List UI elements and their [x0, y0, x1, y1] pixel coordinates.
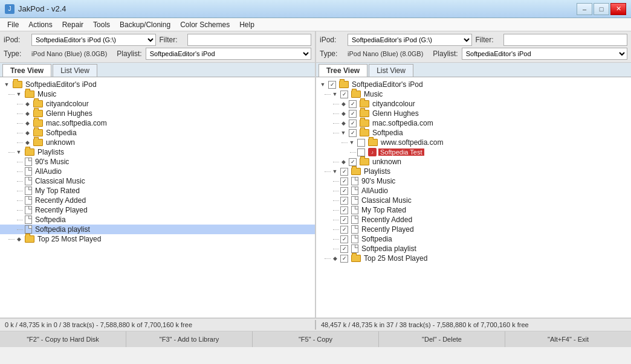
left-tree-glennhughes[interactable]: ◆ Glenn Hughes [0, 109, 315, 118]
90s-checkbox[interactable]: ✓ [340, 177, 348, 185]
cityandcolour-checkbox[interactable]: ✓ [349, 100, 357, 108]
unknown-checkbox[interactable]: ✓ [349, 158, 357, 166]
right-tree-playlists[interactable]: ▼ ✓ Playlists [316, 167, 631, 176]
right-tree-mytoprated[interactable]: ✓ My Top Rated [316, 205, 631, 215]
menu-colorschemes[interactable]: Color Schemes [175, 19, 235, 30]
file-icon [25, 167, 32, 176]
menu-backup[interactable]: Backup/Cloning [115, 19, 175, 30]
right-tree-classical[interactable]: ✓ Classical Music [316, 196, 631, 205]
shortcut-delete[interactable]: "Del" - Delete [379, 331, 505, 347]
connector [333, 210, 339, 211]
folder-icon [360, 100, 369, 107]
right-tree-view[interactable]: ▼ ✓ SoftpediaEditor's iPod ▼ ✓ Music ◆ ✓… [316, 77, 631, 318]
left-tree-allaudio[interactable]: AllAudio [0, 167, 315, 176]
left-tab-treeview[interactable]: Tree View [2, 64, 51, 77]
left-tree-classical[interactable]: Classical Music [0, 176, 315, 186]
glennhughes-checkbox[interactable]: ✓ [349, 110, 357, 118]
connector [17, 113, 23, 114]
recentlyplayed-checkbox[interactable]: ✓ [340, 226, 348, 234]
left-type-label: Type: [4, 49, 28, 58]
root-checkbox[interactable]: ✓ [328, 81, 336, 89]
right-tree-www-softpedia[interactable]: ▼ www.softpedia.com [316, 138, 631, 147]
shortcut-copy[interactable]: "F5" - Copy [253, 331, 379, 347]
top25-checkbox[interactable]: ✓ [340, 255, 348, 263]
left-tree-recentlyplayed[interactable]: Recently Played [0, 205, 315, 215]
left-tree-view[interactable]: ▼ SoftpediaEditor's iPod ▼ Music ◆ citya… [0, 77, 315, 318]
connector [17, 123, 23, 124]
right-tree-glennhughes[interactable]: ◆ ✓ Glenn Hughes [316, 109, 631, 118]
right-tree-softpedia-test[interactable]: ♪ Softpedia Test [316, 147, 631, 157]
right-tree-90s[interactable]: ✓ 90's Music [316, 176, 631, 186]
right-tree-music[interactable]: ▼ ✓ Music [316, 89, 631, 99]
softpedia-playlist-checkbox[interactable]: ✓ [340, 245, 348, 253]
music-checkbox[interactable]: ✓ [340, 91, 348, 98]
left-tree-unknown[interactable]: ◆ unknown [0, 138, 315, 147]
right-tree-softpedia-pl-label: Softpedia [360, 235, 392, 243]
menu-tools[interactable]: Tools [88, 19, 115, 30]
left-tree-root[interactable]: ▼ SoftpediaEditor's iPod [0, 80, 315, 89]
right-tree-softpedia-music[interactable]: ▼ ✓ Softpedia [316, 128, 631, 138]
softpedia-test-checkbox[interactable] [357, 148, 365, 156]
right-tree-softpedia-pl[interactable]: ✓ Softpedia [316, 234, 631, 244]
left-tree-softpedia-playlist[interactable]: Softpedia playlist [0, 225, 315, 234]
left-tab-listview[interactable]: List View [53, 64, 97, 77]
connector [333, 113, 339, 114]
right-ipod-select[interactable]: SoftpediaEditor's iPod (G:\) [348, 34, 472, 46]
left-tree-playlists[interactable]: ▼ Playlists [0, 147, 315, 157]
minimize-button[interactable]: – [577, 3, 592, 15]
right-tree-recentlyplayed[interactable]: ✓ Recently Played [316, 225, 631, 234]
left-tree-recentlyadded[interactable]: Recently Added [0, 196, 315, 205]
softpedia-music-checkbox[interactable]: ✓ [349, 129, 357, 137]
www-softpedia-checkbox[interactable] [357, 139, 365, 147]
left-filter-input[interactable] [187, 34, 312, 46]
shortcut-exit[interactable]: "Alt+F4" - Exit [505, 331, 631, 347]
expand-icon: ▼ [339, 129, 348, 137]
left-tree-softpedia-music[interactable]: ◆ Softpedia [0, 128, 315, 138]
left-tree-mytoprated[interactable]: My Top Rated [0, 186, 315, 196]
right-tree-macsoftpedia[interactable]: ◆ ✓ mac.softpedia.com [316, 118, 631, 128]
playlists-checkbox[interactable]: ✓ [340, 168, 348, 176]
left-tree-softpedia-music-label: Softpedia [45, 129, 77, 137]
right-tree-root[interactable]: ▼ ✓ SoftpediaEditor's iPod [316, 80, 631, 89]
macsoftpedia-checkbox[interactable]: ✓ [349, 120, 357, 127]
menu-file[interactable]: File [2, 19, 24, 30]
shortcut-add-library[interactable]: "F3" - Add to Library [126, 331, 253, 347]
right-tree-softpedia-playlist[interactable]: ✓ Softpedia playlist [316, 244, 631, 254]
menu-help[interactable]: Help [235, 19, 259, 30]
left-playlist-select[interactable]: SoftpediaEditor's iPod [146, 48, 311, 60]
left-tree-cityandcolour[interactable]: ◆ cityandcolour [0, 99, 315, 109]
connector [8, 94, 15, 95]
right-tree-cityandcolour[interactable]: ◆ ✓ cityandcolour [316, 99, 631, 109]
recentlyadded-checkbox[interactable]: ✓ [340, 216, 348, 224]
menu-actions[interactable]: Actions [24, 19, 57, 30]
allaudio-checkbox[interactable]: ✓ [340, 187, 348, 195]
right-tree-top25[interactable]: ◆ ✓ Top 25 Most Played [316, 254, 631, 263]
right-tab-treeview[interactable]: Tree View [319, 64, 367, 77]
connector [17, 142, 23, 143]
close-button[interactable]: ✕ [610, 3, 626, 15]
right-tree-unknown[interactable]: ◆ ✓ unknown [316, 157, 631, 167]
right-tree-glennhughes-label: Glenn Hughes [371, 109, 419, 118]
left-tree-top25[interactable]: ◆ Top 25 Most Played [0, 234, 315, 244]
right-playlist-select[interactable]: SoftpediaEditor's iPod [462, 48, 627, 60]
expand-icon: ◆ [23, 119, 31, 127]
left-ipod-select[interactable]: SoftpediaEditor's iPod (G:\) [31, 34, 156, 46]
right-tree-recentlyadded[interactable]: ✓ Recently Added [316, 215, 631, 225]
right-tab-listview[interactable]: List View [369, 64, 413, 77]
classical-checkbox[interactable]: ✓ [340, 197, 348, 205]
connector [8, 152, 15, 153]
right-filter-input[interactable] [503, 34, 628, 46]
menu-repair[interactable]: Repair [57, 19, 88, 30]
left-tree-90s[interactable]: 90's Music [0, 157, 315, 167]
left-tree-softpedia-pl[interactable]: Softpedia [0, 215, 315, 225]
left-tree-macsoftpedia[interactable]: ◆ mac.softpedia.com [0, 118, 315, 128]
shortcut-copy-hd[interactable]: "F2" - Copy to Hard Disk [0, 331, 126, 347]
left-tree-music[interactable]: ▼ Music [0, 89, 315, 99]
right-ipod-label: iPod: [320, 36, 344, 44]
connector [17, 162, 23, 162]
maximize-button[interactable]: □ [594, 3, 609, 15]
status-bar: 0 k / 48,735 k in 0 / 38 track(s) - 7,58… [0, 318, 631, 331]
right-tree-allaudio[interactable]: ✓ AllAudio [316, 186, 631, 196]
mytoprated-checkbox[interactable]: ✓ [340, 206, 348, 214]
softpedia-pl-checkbox[interactable]: ✓ [340, 235, 348, 243]
